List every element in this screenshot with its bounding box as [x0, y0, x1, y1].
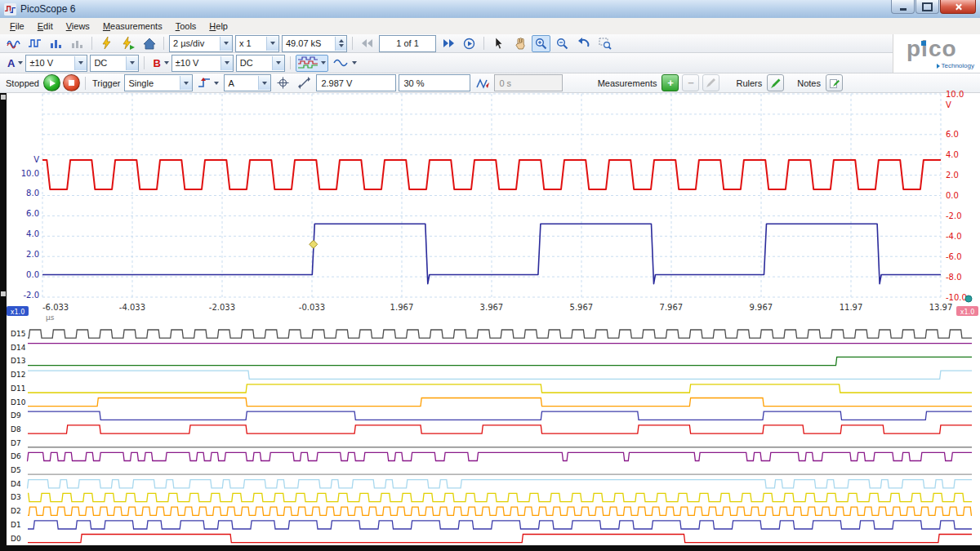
- svg-text:D13: D13: [11, 357, 25, 365]
- svg-text:D3: D3: [11, 493, 21, 501]
- svg-text:3.967: 3.967: [480, 303, 504, 312]
- svg-text:11.97: 11.97: [840, 303, 863, 312]
- svg-text:V: V: [33, 155, 39, 164]
- svg-text:-8.0: -8.0: [946, 273, 962, 282]
- svg-text:D15: D15: [11, 330, 25, 338]
- svg-text:-6.0: -6.0: [946, 252, 962, 261]
- svg-text:10.0: 10.0: [21, 169, 39, 178]
- scope-canvas: V10.08.06.04.02.00.0-2.010.0V6.04.02.00.…: [0, 0, 980, 551]
- svg-text:D4: D4: [11, 480, 21, 488]
- svg-text:D14: D14: [11, 344, 26, 352]
- svg-text:-2.033: -2.033: [209, 303, 235, 312]
- svg-text:-4.0: -4.0: [946, 232, 962, 241]
- scope-plot[interactable]: V10.08.06.04.02.00.0-2.010.0V6.04.02.00.…: [7, 93, 980, 545]
- svg-text:2.0: 2.0: [26, 250, 39, 259]
- svg-text:8.0: 8.0: [26, 189, 39, 198]
- svg-text:6.0: 6.0: [26, 209, 39, 218]
- svg-text:-6.033: -6.033: [42, 303, 69, 312]
- svg-text:4.0: 4.0: [26, 229, 39, 238]
- bottom-edge: [0, 545, 980, 551]
- svg-text:D7: D7: [11, 439, 21, 447]
- svg-text:6.0: 6.0: [946, 130, 959, 139]
- svg-text:-2.0: -2.0: [23, 291, 39, 300]
- svg-text:0.0: 0.0: [946, 191, 959, 200]
- svg-text:5.967: 5.967: [570, 303, 594, 312]
- svg-text:µs: µs: [46, 313, 55, 322]
- svg-text:13.97: 13.97: [929, 303, 953, 312]
- svg-text:-0.033: -0.033: [299, 303, 325, 312]
- picoscope-window: PicoScope 6 File Edit Views Measurements…: [0, 0, 980, 551]
- svg-text:D2: D2: [11, 507, 21, 515]
- svg-text:7.967: 7.967: [660, 303, 684, 312]
- svg-text:4.0: 4.0: [946, 150, 959, 159]
- svg-text:2.0: 2.0: [946, 171, 959, 180]
- svg-text:D5: D5: [11, 466, 21, 474]
- svg-text:D8: D8: [11, 425, 21, 433]
- svg-text:D11: D11: [11, 384, 25, 393]
- svg-text:9.967: 9.967: [750, 303, 773, 312]
- svg-text:-4.033: -4.033: [119, 303, 145, 312]
- svg-text:0.0: 0.0: [26, 270, 39, 279]
- left-splitter[interactable]: [0, 93, 7, 545]
- svg-text:D6: D6: [11, 452, 21, 460]
- svg-text:-10.0: -10.0: [946, 293, 967, 302]
- splitter-handle-icon[interactable]: [1, 291, 6, 296]
- svg-text:D12: D12: [11, 371, 25, 379]
- svg-text:1.967: 1.967: [390, 303, 414, 312]
- svg-text:-2.0: -2.0: [946, 211, 962, 220]
- splitter-handle-icon[interactable]: [1, 95, 6, 100]
- svg-text:x1.0: x1.0: [11, 309, 24, 316]
- svg-text:D10: D10: [11, 398, 26, 407]
- svg-text:10.0: 10.0: [946, 90, 964, 99]
- svg-text:D9: D9: [11, 411, 21, 420]
- svg-text:D0: D0: [11, 535, 21, 543]
- svg-text:D1: D1: [11, 521, 21, 529]
- svg-text:V: V: [946, 100, 951, 109]
- svg-text:x1.0: x1.0: [960, 309, 974, 316]
